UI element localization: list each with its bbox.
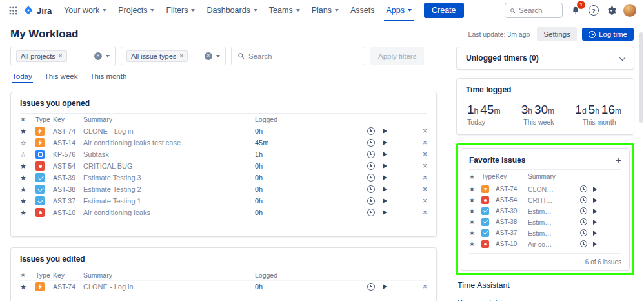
create-button[interactable]: Create (424, 3, 464, 18)
start-timer-icon[interactable] (593, 231, 597, 236)
nav-item-filters[interactable]: Filters (160, 0, 201, 21)
favorite-star-toggle[interactable]: ★ (20, 284, 35, 291)
remove-row-icon[interactable]: × (419, 283, 427, 291)
start-timer-icon[interactable] (383, 163, 387, 169)
favorite-star-toggle[interactable]: ★ (20, 186, 35, 193)
remove-row-icon[interactable]: × (419, 162, 427, 170)
tab-today[interactable]: Today (12, 71, 33, 83)
issue-summary-link[interactable]: Estimate Testing 2 (83, 185, 255, 193)
log-time-icon[interactable] (580, 240, 587, 247)
start-timer-icon[interactable] (593, 209, 597, 214)
issue-summary-link[interactable]: Estimate Testing 1 (83, 197, 255, 205)
add-favorite-icon[interactable]: + (616, 155, 621, 165)
settings-gear-button[interactable] (605, 5, 617, 16)
clear-filter-icon[interactable]: × (94, 52, 102, 60)
favorite-star-toggle[interactable]: ★ (469, 241, 481, 247)
start-timer-icon[interactable] (383, 140, 387, 145)
settings-button[interactable]: Settings (537, 27, 577, 41)
log-time-icon[interactable] (367, 209, 375, 216)
favorite-star-toggle[interactable]: ★ (469, 219, 481, 225)
log-time-icon[interactable] (367, 139, 375, 147)
issue-summary-link[interactable]: CLONE - Log in (83, 127, 255, 135)
issue-summary-link[interactable]: Estimate Testing 3 (528, 207, 554, 215)
start-timer-icon[interactable] (383, 187, 387, 192)
favorite-star-toggle[interactable]: ★ (20, 209, 35, 216)
log-time-icon[interactable] (580, 218, 587, 225)
issue-summary-link[interactable]: CLONE - Log in (528, 185, 554, 193)
issue-summary-link[interactable]: Air conditioning leaks (528, 240, 554, 248)
app-switcher-icon[interactable] (5, 3, 21, 18)
remove-row-icon[interactable]: × (419, 127, 427, 135)
unlogged-timers-card[interactable]: Unlogged timers (0) (456, 47, 634, 70)
tab-this-month[interactable]: This month (89, 71, 127, 83)
nav-item-projects[interactable]: Projects (112, 0, 160, 21)
issue-search-input[interactable] (248, 52, 359, 60)
nav-item-your-work[interactable]: Your work (58, 0, 112, 21)
log-time-button[interactable]: Log time (582, 28, 634, 41)
log-time-icon[interactable] (580, 207, 587, 214)
log-time-icon[interactable] (367, 283, 375, 291)
issue-summary-link[interactable]: Estimate Testing 3 (83, 174, 255, 182)
log-time-icon[interactable] (580, 185, 587, 192)
clear-filter-icon[interactable]: × (205, 52, 212, 60)
start-timer-icon[interactable] (383, 129, 387, 134)
log-time-icon[interactable] (367, 185, 375, 193)
favorite-star-toggle[interactable]: ★ (469, 208, 481, 214)
global-search-input[interactable] (519, 6, 558, 14)
nav-item-apps[interactable]: Apps (380, 0, 418, 21)
log-time-icon[interactable] (367, 150, 375, 158)
remove-chip-icon[interactable]: × (179, 53, 183, 59)
remove-chip-icon[interactable]: × (59, 53, 63, 59)
issue-summary-link[interactable]: Air conditioning leaks test case (83, 139, 255, 147)
start-timer-icon[interactable] (383, 284, 387, 289)
sidebar-link-documentation[interactable]: Documentation (458, 298, 634, 301)
start-timer-icon[interactable] (383, 152, 387, 157)
nav-item-assets[interactable]: Assets (345, 0, 381, 21)
nav-item-teams[interactable]: Teams (263, 0, 306, 21)
favorite-star-toggle[interactable]: ★ (469, 197, 481, 203)
remove-row-icon[interactable]: × (419, 209, 427, 216)
log-time-icon[interactable] (367, 197, 375, 205)
favorite-star-toggle[interactable]: ★ (469, 186, 481, 192)
nav-item-dashboards[interactable]: Dashboards (201, 0, 263, 21)
issue-summary-link[interactable]: Estimate Testing 1 (528, 229, 554, 237)
favorite-star-toggle[interactable]: ★ (20, 174, 35, 182)
issue-summary-link[interactable]: CLONE - Log in (83, 283, 255, 291)
issue-search[interactable] (231, 47, 365, 65)
start-timer-icon[interactable] (383, 175, 387, 180)
project-filter-select[interactable]: All projects × × (10, 47, 116, 65)
tab-this-week[interactable]: This week (44, 71, 79, 83)
start-timer-icon[interactable] (593, 187, 597, 192)
remove-row-icon[interactable]: × (419, 185, 427, 193)
remove-row-icon[interactable]: × (419, 139, 427, 147)
issue-summary-link[interactable]: CRITICAL BUG (83, 162, 255, 170)
global-search[interactable] (505, 3, 563, 18)
jira-logo[interactable]: Jira (22, 5, 57, 16)
start-timer-icon[interactable] (593, 220, 597, 225)
log-time-icon[interactable] (367, 127, 375, 135)
issue-summary-link[interactable]: Air conditioning leaks (83, 209, 255, 216)
nav-item-plans[interactable]: Plans (306, 0, 345, 21)
favorite-star-toggle[interactable]: ☆ (20, 151, 35, 158)
log-time-icon[interactable] (367, 174, 375, 182)
remove-row-icon[interactable]: × (419, 197, 427, 205)
favorite-star-toggle[interactable]: ★ (20, 128, 35, 135)
favorite-star-toggle[interactable]: ☆ (20, 140, 35, 147)
notifications-button[interactable]: 1 (569, 4, 582, 17)
remove-row-icon[interactable]: × (419, 174, 427, 182)
issue-summary-link[interactable]: CRITICAL BUG (528, 196, 554, 204)
log-time-icon[interactable] (580, 229, 587, 236)
help-button[interactable]: ? (589, 5, 599, 16)
remove-row-icon[interactable]: × (419, 150, 427, 158)
log-time-icon[interactable] (367, 162, 375, 170)
start-timer-icon[interactable] (383, 210, 387, 215)
favorite-star-toggle[interactable]: ★ (20, 198, 35, 205)
favorite-star-toggle[interactable]: ★ (20, 163, 35, 170)
scrollbar[interactable] (639, 32, 643, 123)
user-avatar[interactable] (623, 4, 636, 17)
log-time-icon[interactable] (580, 196, 587, 203)
issue-summary-link[interactable]: Subtask (83, 150, 255, 158)
issue-type-filter-select[interactable]: All issue types × × (121, 47, 226, 65)
apply-filters-button[interactable]: Apply filters (370, 47, 424, 65)
favorite-star-toggle[interactable]: ★ (469, 230, 481, 236)
